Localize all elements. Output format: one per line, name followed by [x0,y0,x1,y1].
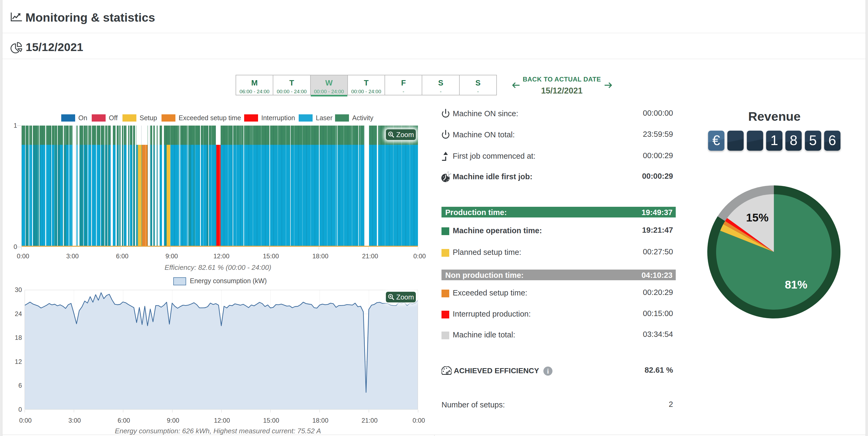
svg-text:z: z [450,172,452,175]
svg-text:15%: 15% [746,211,769,224]
svg-text:Z: Z [447,173,450,177]
svg-text:81%: 81% [785,278,807,291]
